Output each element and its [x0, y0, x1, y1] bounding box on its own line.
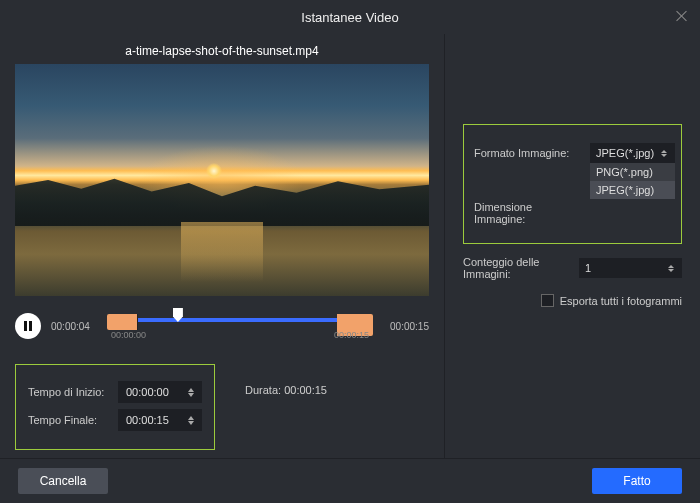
start-time-stepper[interactable] [188, 382, 200, 402]
pause-button[interactable] [15, 313, 41, 339]
preview-decoration [181, 222, 264, 282]
image-format-box: Formato Immagine: JPEG(*.jpg) PNG(*.png)… [463, 124, 682, 244]
image-format-select[interactable]: JPEG(*.jpg) PNG(*.png) JPEG(*.jpg) [590, 143, 675, 163]
end-time-stepper[interactable] [188, 410, 200, 430]
image-count-spinner[interactable]: 1 [579, 258, 682, 278]
start-time-label: Tempo di Inizio: [28, 386, 104, 398]
chevron-updown-icon [661, 146, 671, 160]
image-count-label: Conteggio delle Immagini: [463, 256, 571, 280]
export-all-frames-label: Esporta tutti i fotogrammi [560, 295, 682, 307]
duration-readout: Durata: 00:00:15 [245, 364, 327, 396]
video-filename: a-time-lapse-shot-of-the-sunset.mp4 [15, 44, 429, 58]
preview-decoration [206, 163, 222, 179]
current-time-label: 00:00:04 [51, 321, 101, 332]
image-format-dropdown[interactable]: PNG(*.png) JPEG(*.jpg) [590, 163, 675, 199]
format-option-jpeg[interactable]: JPEG(*.jpg) [590, 181, 675, 199]
range-start-handle[interactable] [107, 314, 138, 330]
tick-start-label: 00:00:00 [111, 330, 146, 340]
image-format-label: Formato Immagine: [474, 147, 582, 159]
chevron-updown-icon [668, 261, 678, 275]
tick-end-label: 00:00:15 [334, 330, 369, 340]
total-time-label: 00:00:15 [379, 321, 429, 332]
video-preview[interactable] [15, 64, 429, 296]
image-size-label: Dimensione Immagine: [474, 201, 582, 225]
export-all-frames-checkbox[interactable] [541, 294, 554, 307]
done-button[interactable]: Fatto [592, 468, 682, 494]
dialog-title: Istantanee Video [301, 10, 398, 25]
cancel-button[interactable]: Cancella [18, 468, 108, 494]
format-option-png[interactable]: PNG(*.png) [590, 163, 675, 181]
end-time-label: Tempo Finale: [28, 414, 97, 426]
pause-icon [24, 321, 32, 331]
close-icon[interactable] [674, 8, 690, 24]
time-range-box: Tempo di Inizio: Tempo Finale: [15, 364, 215, 450]
seek-track[interactable] [111, 318, 369, 322]
